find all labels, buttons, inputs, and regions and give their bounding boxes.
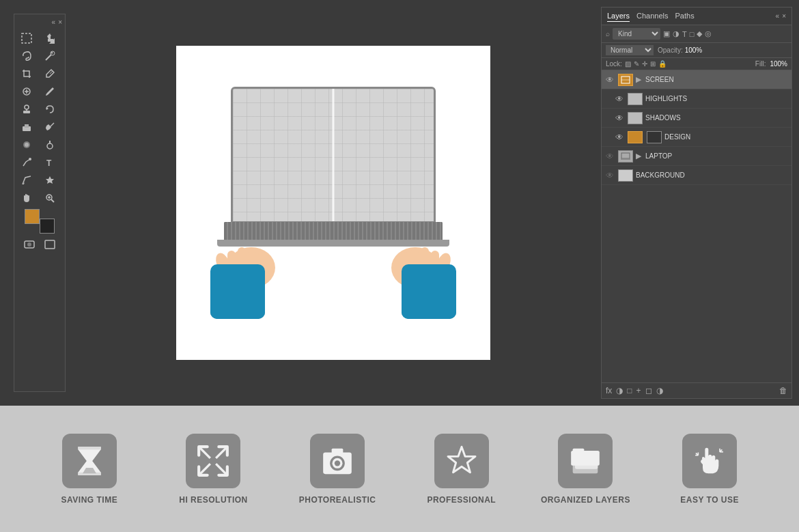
adjust-button[interactable]: ◑ bbox=[656, 386, 663, 395]
opacity-value[interactable]: 100% bbox=[685, 46, 703, 54]
canvas-area bbox=[66, 0, 601, 406]
layer-thumb-highlights bbox=[628, 93, 643, 105]
star-icon bbox=[445, 444, 479, 478]
fx-button[interactable]: fx bbox=[606, 386, 612, 395]
svg-point-62 bbox=[335, 460, 340, 466]
blend-mode-select[interactable]: Normal Multiply Screen Overlay bbox=[606, 45, 654, 55]
quick-mask-tool[interactable] bbox=[20, 236, 39, 253]
brush-tool[interactable] bbox=[40, 83, 59, 100]
layer-name-laptop: LAPTOP bbox=[645, 152, 787, 160]
shape-layer-icon[interactable]: □ bbox=[690, 30, 695, 38]
panel-collapse-icon[interactable]: « bbox=[776, 12, 780, 20]
svg-line-24 bbox=[51, 199, 54, 202]
svg-rect-45 bbox=[402, 264, 456, 319]
svg-line-54 bbox=[199, 447, 211, 458]
layer-screen[interactable]: 👁 ▶ SCREEN bbox=[602, 70, 791, 89]
marquee-tool[interactable] bbox=[17, 30, 36, 46]
panel-close-icon[interactable]: × bbox=[782, 12, 786, 20]
pen-tool[interactable] bbox=[17, 154, 36, 171]
svg-line-55 bbox=[216, 447, 228, 458]
tab-paths[interactable]: Paths bbox=[675, 10, 695, 22]
layer-name-background: BACKGROUND bbox=[636, 171, 787, 179]
healing-tool[interactable] bbox=[17, 83, 36, 100]
crop-tool[interactable] bbox=[17, 66, 36, 82]
lock-transparent-icon[interactable]: ▨ bbox=[625, 60, 631, 68]
eraser-tool[interactable] bbox=[17, 119, 36, 135]
layer-background[interactable]: 👁 BACKGROUND bbox=[602, 166, 791, 185]
layers-panel: Layers Channels Paths « × ⌕ Kind Name Ef… bbox=[601, 7, 792, 399]
adjustment-layer-icon[interactable]: ◑ bbox=[673, 29, 679, 38]
toolbar-close[interactable]: × bbox=[58, 18, 62, 26]
type-layer-icon[interactable]: T bbox=[682, 30, 687, 38]
tab-layers[interactable]: Layers bbox=[607, 10, 630, 22]
foreground-color-swatch[interactable] bbox=[25, 209, 40, 224]
professional-label: PROFESSIONAL bbox=[427, 495, 496, 505]
eye-icon-background[interactable]: 👁 bbox=[606, 171, 615, 180]
camera-icon bbox=[320, 444, 354, 478]
blend-opacity-row: Normal Multiply Screen Overlay Opacity: … bbox=[602, 43, 791, 58]
fill-control: Fill: 100% bbox=[755, 60, 787, 68]
hand-tool[interactable] bbox=[17, 190, 36, 206]
move-tool[interactable] bbox=[40, 30, 59, 46]
eyedropper-tool[interactable] bbox=[40, 66, 59, 82]
fill-value[interactable]: 100% bbox=[770, 60, 787, 68]
lock-all-icon[interactable]: 🔒 bbox=[658, 60, 667, 68]
screen-mode[interactable] bbox=[40, 236, 59, 253]
laptop-mockup bbox=[210, 87, 456, 319]
type-tool[interactable]: T bbox=[40, 154, 59, 171]
stamp-tool[interactable] bbox=[17, 101, 36, 117]
paint-bucket-tool[interactable] bbox=[40, 119, 59, 135]
blur-tool[interactable] bbox=[17, 137, 36, 153]
lock-fill-row: Lock: ▨ ✎ ✛ ⊞ 🔒 Fill: 100% bbox=[602, 58, 791, 70]
svg-line-57 bbox=[216, 464, 228, 475]
eye-icon-design[interactable]: 👁 bbox=[615, 132, 625, 142]
eye-icon-shadows[interactable]: 👁 bbox=[615, 113, 625, 123]
eye-icon-screen[interactable]: 👁 bbox=[606, 75, 615, 85]
new-layer-button[interactable]: + bbox=[636, 386, 641, 395]
layer-name-shadows: SHADOWS bbox=[645, 114, 787, 122]
toolbar-collapse[interactable]: « bbox=[52, 18, 56, 26]
layer-name-highlights: HIGHLIGHTS bbox=[645, 95, 787, 102]
history-brush-tool[interactable] bbox=[40, 101, 59, 117]
layers-panel-footer: fx ◑ □ + ◻ ◑ 🗑 bbox=[602, 382, 791, 398]
layer-laptop[interactable]: 👁 ▶ LAPTOP bbox=[602, 147, 791, 166]
panel-title-bar: Layers Channels Paths « × bbox=[602, 8, 791, 25]
background-color-swatch[interactable] bbox=[40, 219, 55, 234]
tab-channels[interactable]: Channels bbox=[636, 10, 668, 22]
lock-position-icon[interactable]: ✛ bbox=[642, 60, 647, 68]
canvas-document bbox=[176, 46, 490, 360]
lasso-tool[interactable] bbox=[17, 48, 36, 64]
eye-icon-laptop[interactable]: 👁 bbox=[606, 152, 615, 161]
magic-wand-tool[interactable] bbox=[40, 48, 59, 64]
panel-window-controls: « × bbox=[776, 12, 786, 20]
eye-icon-highlights[interactable]: 👁 bbox=[615, 94, 625, 104]
svg-marker-12 bbox=[46, 107, 48, 110]
layer-kind-select[interactable]: Kind Name Effect Mode Attribute Color bbox=[613, 28, 660, 40]
new-group-button[interactable]: □ bbox=[627, 386, 632, 395]
layer-shadows[interactable]: 👁 SHADOWS bbox=[602, 109, 791, 128]
filter-toggle[interactable]: ◎ bbox=[705, 29, 712, 38]
dodge-tool[interactable] bbox=[40, 137, 59, 153]
path-selection-tool[interactable] bbox=[17, 172, 36, 188]
smart-object-icon[interactable]: ◆ bbox=[697, 29, 702, 38]
feature-easy-to-use: EASY TO USE bbox=[658, 434, 761, 505]
add-mask-button[interactable]: ◻ bbox=[645, 386, 652, 395]
new-fill-layer-button[interactable]: ◑ bbox=[616, 386, 623, 395]
hand-left bbox=[210, 230, 292, 319]
pixel-layer-icon[interactable]: ▣ bbox=[663, 29, 670, 38]
layer-highlights[interactable]: 👁 HIGHLIGHTS bbox=[602, 89, 791, 109]
layer-design[interactable]: 👁 DESIGN bbox=[602, 128, 791, 147]
lock-artboard-icon[interactable]: ⊞ bbox=[650, 60, 656, 68]
hi-resolution-icon-box bbox=[186, 434, 240, 488]
svg-rect-49 bbox=[621, 158, 630, 160]
color-swatches[interactable] bbox=[25, 209, 55, 234]
feature-photorealistic: PHOTOREALISTIC bbox=[286, 434, 389, 505]
screen-highlight bbox=[333, 89, 335, 221]
editor-area: « × bbox=[0, 0, 799, 406]
hand-left-svg bbox=[210, 230, 292, 319]
delete-layer-button[interactable]: 🗑 bbox=[779, 386, 787, 395]
zoom-tool[interactable] bbox=[40, 190, 59, 206]
extra-tool-icons bbox=[20, 236, 59, 253]
custom-shape-tool[interactable] bbox=[40, 172, 59, 188]
lock-paint-icon[interactable]: ✎ bbox=[634, 60, 639, 68]
